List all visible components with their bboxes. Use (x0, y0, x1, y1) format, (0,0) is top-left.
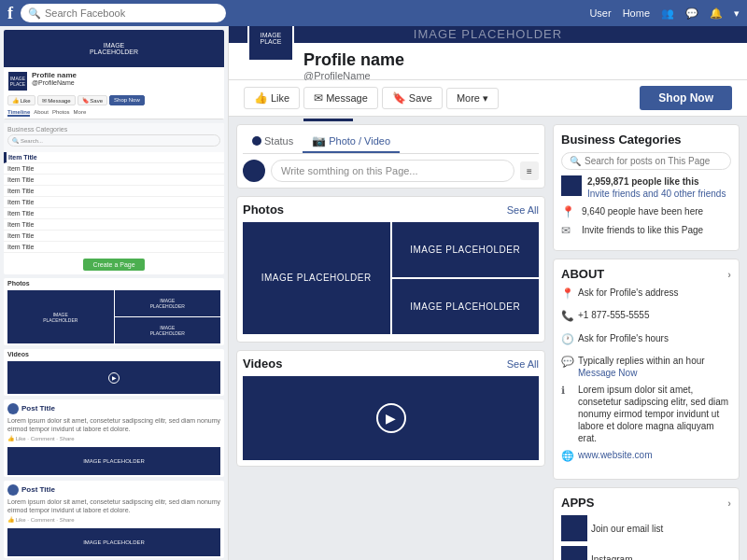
biz-likes-sub: Invite friends and 40 other friends (587, 189, 726, 199)
left-column: Status 📷 Photo / Video Write somthing on… (236, 124, 545, 560)
preview-photo-rt: IMAGEPLACEHOLDER (115, 290, 221, 316)
videos-section: Videos See All ▶ (236, 350, 545, 467)
about-message-now-link[interactable]: Message Now (578, 367, 705, 379)
about-phone-text: +1 877-555-5555 (578, 309, 649, 321)
post-input[interactable]: Write somthing on this Page... (271, 160, 514, 182)
left-preview-sidebar: IMAGEPLACEHOLDER IMAGEPLACE Profile name… (0, 26, 229, 560)
preview-post-reactions-2: 👍 Like · Comment · Share (7, 516, 220, 523)
preview-create-page-btn[interactable]: Create a Page (83, 259, 144, 271)
preview-nav-bar: Timeline About Photos More (4, 107, 224, 119)
nav-chat-icon[interactable]: 💬 (685, 7, 698, 20)
preview-post-title-2: Post Title (21, 485, 55, 494)
biz-stat-visited: 📍 9,640 people have been here (561, 205, 731, 218)
post-tab-status[interactable]: Status (243, 131, 303, 153)
preview-menu-item-1[interactable]: Item Title (4, 163, 224, 175)
like-button[interactable]: 👍 Like (244, 87, 300, 109)
photos-section-title: Photos (243, 203, 284, 217)
about-title: ABOUT › (561, 267, 731, 281)
more-button[interactable]: More ▾ (446, 88, 499, 109)
photos-see-all[interactable]: See All (507, 204, 539, 216)
video-placeholder: ▶ (243, 376, 539, 460)
nav-notifications-icon[interactable]: 🔔 (710, 7, 723, 20)
message-button[interactable]: ✉ Message (303, 87, 378, 109)
post-options-btn[interactable]: ≡ (520, 161, 539, 180)
like-label: Like (271, 92, 289, 104)
facebook-logo: f (7, 4, 13, 23)
biz-search-input[interactable] (585, 156, 723, 166)
nav-home[interactable]: Home (623, 7, 650, 19)
message-icon: ✉ (314, 91, 323, 105)
preview-photo-rb: IMAGEPLACEHOLDER (115, 317, 221, 343)
app-item-email: Join our email list (561, 515, 731, 541)
nav-dropdown-icon[interactable]: ▾ (734, 7, 740, 20)
preview-menu-item-2[interactable]: Item Title (4, 175, 224, 186)
about-response-col: Typically replies within an hour Message… (578, 355, 705, 379)
post-tab-photo-video[interactable]: 📷 Photo / Video (303, 131, 400, 153)
preview-video: ▶ (7, 361, 220, 394)
biz-invite-text: Invite friends to like this Page (582, 224, 703, 236)
preview-post-card-1: Post Title Lorem ipsum dolor sit amet, c… (4, 399, 224, 477)
apps-chevron-icon[interactable]: › (727, 497, 731, 509)
nav-user[interactable]: User (589, 7, 611, 19)
play-button[interactable]: ▶ (376, 403, 406, 433)
preview-post-image-1: IMAGE PLACEHOLDER (7, 447, 220, 475)
about-address-icon: 📍 (561, 287, 574, 300)
nav-friends-icon[interactable]: 👥 (661, 7, 674, 20)
about-address-text: Ask for Profile's address (578, 287, 679, 299)
thumbs-up-icon: 👍 (254, 91, 268, 105)
profile-name: Profile name (303, 50, 732, 70)
cover-area: IMAGE PLACEHOLDER IMAGEPLACE (229, 26, 747, 43)
preview-message-btn[interactable]: ✉ Message (37, 95, 76, 105)
preview-menu-item-5[interactable]: Item Title (4, 208, 224, 219)
preview-menu-item-active[interactable]: Item Title (4, 152, 224, 163)
preview-post-text-2: Lorem ipsum dolor sit amet, consetetur s… (7, 497, 220, 514)
preview-menu-item-4[interactable]: Item Title (4, 197, 224, 208)
preview-menu-item-8[interactable]: Item Title (4, 242, 224, 253)
preview-nav-photos[interactable]: Photos (52, 109, 70, 117)
search-input[interactable] (45, 7, 218, 19)
profile-header: Profile name @ProfileName Item Title Ite… (229, 43, 747, 80)
apps-card: APPS › Join our email list Instagram (553, 487, 740, 560)
preview-nav-more[interactable]: More (74, 109, 87, 117)
about-chevron-icon[interactable]: › (727, 269, 731, 280)
about-hours-row: 🕐 Ask for Profile's hours (561, 332, 731, 350)
about-website-icon: 🌐 (561, 449, 574, 462)
preview-profile-name: Profile name (32, 71, 77, 79)
preview-play-btn[interactable]: ▶ (108, 372, 120, 384)
shop-now-button[interactable]: Shop Now (640, 86, 732, 110)
videos-see-all[interactable]: See All (507, 358, 539, 370)
preview-menu-item-7[interactable]: Item Title (4, 231, 224, 242)
about-lorem-row: ℹ Lorem ipsum dolor sit amet, consetetur… (561, 384, 731, 444)
post-input-row: Write somthing on this Page... ≡ (243, 160, 539, 182)
about-lorem-text: Lorem ipsum dolor sit amet, consetetur s… (578, 384, 731, 444)
preview-shop-btn[interactable]: Shop Now (109, 95, 145, 105)
about-website-link[interactable]: www.website.com (578, 449, 652, 461)
preview-post-2: Post Title Lorem ipsum dolor sit amet, c… (4, 481, 224, 526)
about-response-icon: 💬 (561, 355, 574, 368)
preview-post-reactions-1: 👍 Like · Comment · Share (7, 435, 220, 441)
preview-post-text-1: Lorem ipsum dolor sit amet, consetetur s… (7, 416, 220, 433)
about-response-text: Typically replies within an hour (578, 355, 705, 367)
about-card: ABOUT › 📍 Ask for Profile's address 📞 +1… (553, 259, 740, 480)
preview-like-btn[interactable]: 👍 Like (7, 95, 35, 105)
biz-likes-icon (561, 175, 582, 196)
preview-nav-about[interactable]: About (34, 109, 49, 117)
save-button[interactable]: 🔖 Save (382, 87, 443, 109)
preview-menu-item-6[interactable]: Item Title (4, 219, 224, 231)
about-label: ABOUT (561, 267, 604, 281)
photo-video-tab-label: Photo / Video (329, 135, 390, 147)
about-phone-icon: 📞 (561, 309, 574, 322)
biz-search-box[interactable]: 🔍 (561, 152, 731, 170)
search-bar[interactable]: 🔍 (21, 4, 226, 22)
preview-post-card-2: Post Title Lorem ipsum dolor sit amet, c… (4, 481, 224, 558)
preview-post-1: Post Title Lorem ipsum dolor sit amet, c… (4, 399, 224, 445)
photo-left: IMAGE PLACEHOLDER (243, 222, 390, 334)
videos-section-title: Videos (243, 357, 282, 371)
right-column: Business Categories 🔍 2,959,871 people l… (553, 124, 740, 560)
preview-save-btn[interactable]: 🔖 Save (78, 95, 107, 105)
preview-menu-item-3[interactable]: Item Title (4, 186, 224, 197)
preview-photo-left: IMAGEPLACEHOLDER (7, 290, 114, 343)
preview-nav-timeline[interactable]: Timeline (7, 109, 30, 117)
app-item-instagram: Instagram (561, 546, 731, 560)
about-info-icon: ℹ (561, 384, 574, 397)
